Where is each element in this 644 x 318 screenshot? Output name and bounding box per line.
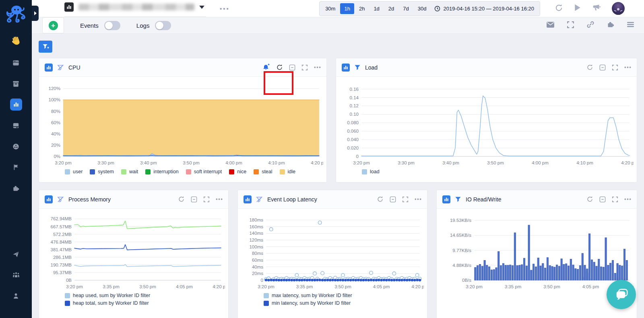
add-alert-icon[interactable] (262, 64, 270, 71)
collapse-icon[interactable] (289, 64, 295, 71)
legend-item[interactable]: heap used, sum by Worker ID filter (65, 293, 150, 298)
sidebar-item-metrics[interactable] (0, 94, 32, 115)
refresh-icon[interactable] (377, 196, 384, 203)
more-options-icon[interactable] (216, 198, 223, 200)
more-options-icon[interactable] (415, 198, 421, 200)
share-link-icon[interactable] (586, 21, 594, 30)
svg-text:4:10 pm: 4:10 pm (268, 160, 285, 165)
logs-toggle[interactable] (155, 21, 171, 30)
filter-enabled-icon[interactable] (354, 64, 361, 70)
legend-item[interactable]: max latency, sum by Worker ID filter (264, 293, 352, 298)
date-range-picker[interactable]: 2019-04-16 15:20 — 2019-04-16 16:20 (431, 6, 538, 12)
time-range-2d[interactable]: 2d (384, 3, 398, 14)
time-range-7d[interactable]: 7d (399, 3, 413, 14)
chart-type-icon (45, 64, 53, 72)
sidebar-item-modules[interactable] (0, 136, 32, 157)
sidebar-item-profile[interactable] (0, 285, 32, 306)
collapse-icon[interactable] (191, 196, 197, 203)
collapse-icon[interactable] (599, 64, 606, 71)
time-range-1d[interactable]: 1d (369, 3, 383, 14)
events-toggle[interactable] (104, 21, 120, 30)
filter-disabled-icon[interactable] (256, 196, 263, 203)
more-options-icon[interactable] (314, 66, 321, 68)
sidebar-item-deploy[interactable] (0, 244, 32, 265)
fullscreen-icon[interactable] (203, 196, 210, 203)
fullscreen-icon[interactable] (301, 64, 308, 71)
svg-text:14.65KB/s: 14.65KB/s (450, 233, 471, 238)
refresh-icon[interactable] (178, 196, 185, 203)
sidebar-item-archive[interactable] (0, 73, 32, 94)
filter-disabled-icon[interactable] (57, 64, 64, 71)
refresh-icon[interactable] (276, 64, 283, 71)
legend-item[interactable]: steal (254, 169, 272, 174)
dashboard-selector[interactable] (64, 0, 206, 17)
sidebar-item-flags[interactable] (0, 157, 32, 178)
chart-type-icon (442, 195, 450, 203)
fullscreen-icon[interactable] (612, 196, 618, 203)
collapse-icon[interactable] (599, 196, 606, 203)
refresh-icon[interactable] (586, 196, 593, 203)
fullscreen-icon[interactable] (567, 21, 574, 30)
legend-item[interactable]: system (90, 169, 114, 174)
filter-disabled-icon[interactable] (57, 196, 64, 203)
refresh-icon[interactable] (586, 64, 593, 71)
legend-label: soft interrupt (194, 169, 222, 174)
play-icon[interactable] (574, 4, 581, 13)
octopus-logo[interactable] (4, 3, 28, 24)
legend-item[interactable]: idle (280, 169, 295, 174)
bar-chart-icon (13, 102, 19, 107)
add-filter-button[interactable] (39, 41, 52, 53)
browser-window-icon (12, 59, 20, 67)
fullscreen-icon[interactable] (612, 64, 618, 71)
svg-text:0.020: 0.020 (347, 146, 359, 150)
email-report-icon[interactable] (546, 21, 555, 30)
load-chart[interactable]: 00.0200.0400.0600.0800.100.120.140.163:2… (339, 79, 634, 168)
time-range-2h[interactable]: 2h (355, 3, 369, 14)
sidebar-item-team[interactable] (0, 265, 32, 285)
sidebar (0, 0, 32, 318)
dashboard-more-options-icon[interactable]: ••• (220, 5, 230, 12)
fullscreen-icon[interactable] (402, 196, 409, 203)
menu-icon[interactable] (627, 21, 634, 29)
legend-item[interactable]: soft interrupt (186, 169, 222, 174)
time-range-30m[interactable]: 30m (321, 3, 339, 14)
time-range-1h[interactable]: 1h (340, 3, 354, 14)
filter-enabled-icon[interactable] (455, 196, 461, 202)
svg-text:140ms: 140ms (249, 231, 263, 236)
collapse-icon[interactable] (390, 196, 396, 203)
more-options-icon[interactable] (624, 66, 631, 68)
archive-box-icon (12, 80, 20, 88)
chat-bubbles-icon (614, 287, 629, 302)
legend-label: max latency, sum by Worker ID filter (272, 293, 352, 298)
legend-label: system (98, 169, 114, 174)
legend-swatch (186, 169, 191, 174)
event-loop-latency-chart[interactable]: 020ms40ms60ms80ms100ms120ms140ms160ms180… (241, 211, 424, 291)
time-range-30d[interactable]: 30d (414, 3, 431, 14)
integrations-icon[interactable] (607, 21, 615, 30)
refresh-icon[interactable] (555, 4, 563, 14)
legend-item[interactable]: nice (229, 169, 246, 174)
sidebar-expand-button[interactable] (32, 6, 39, 21)
svg-text:4:20 pm: 4:20 pm (213, 284, 225, 289)
legend-item[interactable]: wait (121, 169, 138, 174)
add-panel-button[interactable]: + (42, 17, 64, 33)
megaphone-icon[interactable] (592, 4, 601, 13)
sidebar-item-logs[interactable] (0, 115, 32, 136)
legend-item[interactable]: interruption (145, 169, 179, 174)
io-read-write-chart[interactable]: 0B/s4.88KB/s9.77KB/s14.65KB/s19.53KB/s3:… (440, 211, 634, 291)
legend-item[interactable]: user (65, 169, 83, 174)
legend-swatch (362, 169, 367, 174)
sidebar-item-integrations[interactable] (0, 178, 32, 199)
legend-label: wait (129, 169, 138, 174)
legend-item[interactable]: load (362, 169, 380, 174)
svg-text:286.1MB: 286.1MB (53, 255, 72, 260)
more-options-icon[interactable] (624, 198, 631, 200)
sidebar-item-windows[interactable] (0, 52, 32, 73)
user-avatar[interactable] (612, 2, 625, 15)
process-memory-chart[interactable]: 0B95.37MB190.73MB286.1MB381.47MB476.84MB… (42, 211, 225, 291)
svg-text:3:50 pm: 3:50 pm (487, 160, 504, 165)
legend-item[interactable]: min latency, sum by Worker ID filter (264, 300, 351, 306)
chat-widget-button[interactable] (607, 280, 636, 309)
legend-item[interactable]: heap total, sum by Worker ID filter (65, 300, 149, 306)
wave-hand-icon[interactable] (0, 35, 32, 46)
